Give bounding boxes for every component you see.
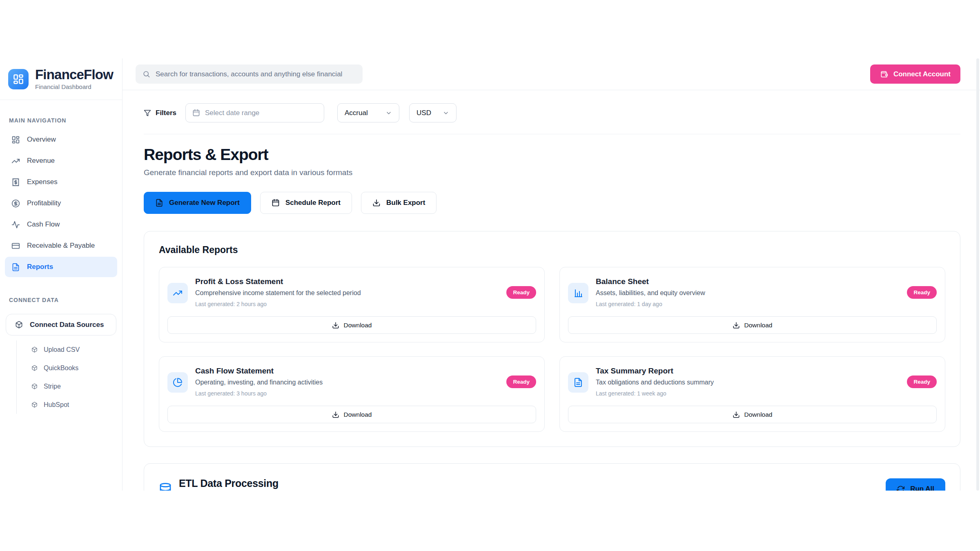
bar-chart-icon xyxy=(573,288,583,298)
bulk-export-label: Bulk Export xyxy=(386,199,425,207)
source-item-label: Stripe xyxy=(44,383,61,390)
download-button-cash-flow[interactable]: Download xyxy=(167,406,536,423)
currency-select[interactable]: USD xyxy=(409,103,457,122)
calendar-icon xyxy=(192,109,200,117)
available-reports-panel: Available Reports xyxy=(144,231,960,447)
source-item-hubspot[interactable]: HubSpot xyxy=(17,395,122,414)
generate-new-report-button[interactable]: Generate New Report xyxy=(144,192,251,214)
search-input[interactable] xyxy=(156,70,356,78)
file-text-icon xyxy=(155,199,163,207)
report-description: Operating, investing, and financing acti… xyxy=(195,379,506,386)
report-icon-tile xyxy=(568,372,588,393)
download-button-balance-sheet[interactable]: Download xyxy=(568,316,937,334)
download-button-tax-summary[interactable]: Download xyxy=(568,406,937,423)
run-all-button[interactable]: Run All xyxy=(886,478,945,491)
report-card-cash-flow: Cash Flow Statement Operating, investing… xyxy=(159,356,545,432)
sidebar-item-expenses[interactable]: Expenses xyxy=(5,172,117,192)
cube-icon xyxy=(31,365,38,371)
source-item-upload-csv[interactable]: Upload CSV xyxy=(17,340,122,359)
report-description: Assets, liabilities, and equity overview xyxy=(596,289,907,297)
bulk-export-button[interactable]: Bulk Export xyxy=(361,192,437,214)
wallet-icon xyxy=(880,70,888,78)
app-name: FinanceFlow xyxy=(35,68,113,81)
topbar: Connect Account xyxy=(122,58,980,90)
connect-account-button[interactable]: Connect Account xyxy=(870,64,960,84)
report-icon-tile xyxy=(167,372,188,393)
generate-new-report-label: Generate New Report xyxy=(169,199,240,207)
sidebar-item-overview[interactable]: Overview xyxy=(5,129,117,150)
receipt-icon xyxy=(11,178,20,187)
chevron-down-icon xyxy=(385,110,392,116)
sidebar-item-profitability[interactable]: Profitability xyxy=(5,193,117,213)
report-title: Tax Summary Report xyxy=(596,367,907,375)
sidebar-item-revenue[interactable]: Revenue xyxy=(5,151,117,171)
download-button-profit-loss[interactable]: Download xyxy=(167,316,536,334)
report-last-generated: Last generated: 2 hours ago xyxy=(195,301,506,307)
reports-grid: Profit & Loss Statement Comprehensive in… xyxy=(159,267,945,432)
source-item-label: HubSpot xyxy=(44,401,69,409)
filters-bar: Filters Accrual xyxy=(144,103,960,122)
download-label: Download xyxy=(744,322,773,329)
database-icon xyxy=(159,482,172,491)
source-item-stripe[interactable]: Stripe xyxy=(17,377,122,395)
scrollbar[interactable] xyxy=(976,58,979,491)
date-range-input[interactable] xyxy=(205,109,317,117)
report-card-balance-sheet: Balance Sheet Assets, liabilities, and e… xyxy=(559,267,945,342)
circle-dollar-icon xyxy=(11,199,20,208)
status-badge: Ready xyxy=(907,375,937,388)
app-tagline: Financial Dashboard xyxy=(35,83,113,90)
report-description: Comprehensive income statement for the s… xyxy=(195,289,506,297)
schedule-report-button[interactable]: Schedule Report xyxy=(260,192,352,214)
accounting-basis-value: Accrual xyxy=(345,109,368,117)
dashboard-grid-icon xyxy=(11,136,20,144)
refresh-icon xyxy=(897,485,904,491)
connect-data-sources-button[interactable]: Connect Data Sources xyxy=(6,314,116,335)
chevron-down-icon xyxy=(443,110,449,116)
source-item-label: QuickBooks xyxy=(44,364,78,372)
connect-data-heading: CONNECT DATA xyxy=(9,297,113,303)
report-title: Cash Flow Statement xyxy=(195,367,506,375)
main-area: Connect Account Filters xyxy=(122,58,980,491)
page-subtitle: Generate financial reports and export da… xyxy=(144,168,960,177)
search-icon xyxy=(143,70,150,78)
sidebar-item-label: Receivable & Payable xyxy=(27,242,95,250)
global-search xyxy=(136,64,363,84)
schedule-report-label: Schedule Report xyxy=(285,199,341,207)
report-title: Profit & Loss Statement xyxy=(195,277,506,286)
file-text-icon xyxy=(11,263,20,271)
page-title: Reports & Export xyxy=(144,146,960,164)
sidebar-item-label: Profitability xyxy=(27,199,61,207)
status-badge: Ready xyxy=(506,375,536,388)
report-last-generated: Last generated: 1 week ago xyxy=(596,390,907,397)
data-source-list: Upload CSV QuickBooks St xyxy=(16,340,122,414)
pie-chart-icon xyxy=(173,378,183,387)
sidebar: FinanceFlow Financial Dashboard MAIN NAV… xyxy=(0,58,122,491)
report-card-tax-summary: Tax Summary Report Tax obligations and d… xyxy=(559,356,945,432)
source-item-label: Upload CSV xyxy=(44,346,80,353)
source-item-quickbooks[interactable]: QuickBooks xyxy=(17,359,122,377)
cube-icon xyxy=(15,321,23,329)
credit-card-icon xyxy=(11,242,20,250)
app-window: FinanceFlow Financial Dashboard MAIN NAV… xyxy=(0,58,980,491)
etl-title: ETL Data Processing xyxy=(179,478,886,489)
download-icon xyxy=(372,199,381,207)
accounting-basis-select[interactable]: Accrual xyxy=(337,103,399,122)
status-badge: Ready xyxy=(907,286,937,299)
calendar-icon xyxy=(272,199,280,207)
report-actions: Generate New Report Schedule Report xyxy=(144,192,960,214)
app-logo xyxy=(8,69,29,89)
sidebar-item-receivable-payable[interactable]: Receivable & Payable xyxy=(5,236,117,256)
report-last-generated: Last generated: 1 day ago xyxy=(596,301,907,307)
date-range-picker[interactable] xyxy=(185,103,324,122)
activity-icon xyxy=(11,220,20,229)
cube-icon xyxy=(31,383,38,389)
available-reports-heading: Available Reports xyxy=(159,244,945,256)
cube-icon xyxy=(31,347,38,353)
sidebar-item-reports[interactable]: Reports xyxy=(5,257,117,277)
download-icon xyxy=(332,322,339,329)
download-icon xyxy=(332,411,339,418)
cube-icon xyxy=(31,402,38,408)
filters-toggle[interactable]: Filters xyxy=(144,109,176,117)
logo-section: FinanceFlow Financial Dashboard xyxy=(0,58,122,100)
sidebar-item-cash-flow[interactable]: Cash Flow xyxy=(5,214,117,235)
